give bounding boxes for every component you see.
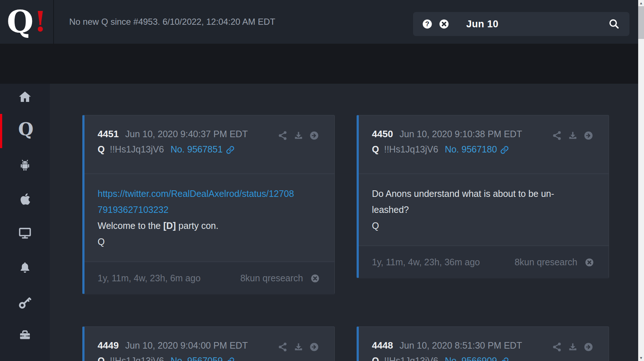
- scrollbar-thumb[interactable]: [638, 6, 644, 39]
- post-author: Q: [98, 356, 105, 361]
- post-number: 4450: [372, 128, 393, 140]
- scrollbar-down-arrow-icon[interactable]: ▼: [638, 355, 644, 361]
- post-signature: Q: [372, 218, 594, 234]
- download-icon[interactable]: [568, 342, 578, 352]
- post-card: 4449 Jun 10, 2020 9:04:00 PM EDT Q !!Hs1…: [82, 326, 335, 361]
- post-signature: Q: [98, 234, 320, 250]
- post-author: Q: [98, 144, 105, 155]
- sidebar-item-desktop[interactable]: [18, 226, 32, 240]
- post-age: 1y, 11m, 4w, 23h, 6m ago: [98, 273, 201, 283]
- sidebar-item-android[interactable]: [18, 159, 32, 172]
- sidebar-nav: Q: [0, 84, 50, 361]
- download-icon[interactable]: [294, 342, 303, 352]
- share-icon[interactable]: [552, 342, 562, 352]
- sidebar-item-apple[interactable]: [18, 193, 32, 206]
- post-number: 4449: [98, 340, 119, 351]
- post-date: Jun 10, 2020 9:10:38 PM EDT: [400, 129, 522, 139]
- goto-post-arrow-icon[interactable]: [309, 342, 319, 352]
- post-card-footer: 1y, 11m, 4w, 23h, 36m ago 8kun qresearch: [359, 246, 609, 278]
- status-message: No new Q since #4953. 6/10/2022, 12:04:2…: [69, 0, 275, 44]
- post-ref-link[interactable]: No. 9567180: [445, 144, 497, 155]
- post-number: 4448: [372, 340, 393, 351]
- post-tripcode: !!Hs1Jq13jV6: [110, 144, 164, 155]
- sidebar-item-home[interactable]: [18, 90, 32, 104]
- share-icon[interactable]: [278, 131, 288, 140]
- sidebar-item-toolbox[interactable]: [18, 328, 32, 341]
- search-help-icon[interactable]: [422, 19, 433, 29]
- post-number: 4451: [98, 128, 119, 140]
- post-ref-link[interactable]: No. 9566909: [445, 356, 497, 361]
- post-body-link[interactable]: 79193627103232: [98, 202, 320, 218]
- post-ref-link[interactable]: No. 9567851: [170, 144, 223, 155]
- app-logo[interactable]: Q!: [0, 0, 54, 44]
- page-scrollbar[interactable]: ▲ ▼: [638, 0, 644, 361]
- download-icon[interactable]: [568, 131, 578, 140]
- sidebar-item-notifications[interactable]: [18, 261, 32, 274]
- download-icon[interactable]: [294, 131, 303, 140]
- post-card: 4451 Jun 10, 2020 9:40:37 PM EDT Q !!Hs1…: [82, 115, 335, 294]
- post-source: 8kun qresearch: [515, 257, 577, 267]
- search-box[interactable]: [413, 12, 629, 36]
- post-body-text: Do Anons understand what is about to be …: [372, 186, 594, 202]
- post-card-header: 4450 Jun 10, 2020 9:10:38 PM EDT Q !!Hs1…: [359, 115, 609, 174]
- posts-grid: 4451 Jun 10, 2020 9:40:37 PM EDT Q !!Hs1…: [50, 84, 638, 361]
- goto-post-arrow-icon[interactable]: [309, 131, 319, 140]
- post-ref-link[interactable]: No. 9567059: [170, 356, 223, 361]
- post-age: 1y, 11m, 4w, 23h, 36m ago: [372, 257, 480, 267]
- post-body: https://twitter.com/RealDealAxelrod/stat…: [85, 174, 334, 262]
- post-card-header: 4451 Jun 10, 2020 9:40:37 PM EDT Q !!Hs1…: [85, 115, 334, 174]
- post-author: Q: [372, 144, 379, 155]
- sidebar-item-q-drops[interactable]: Q: [18, 123, 32, 136]
- scrollbar-up-arrow-icon[interactable]: ▲: [638, 0, 644, 6]
- post-author: Q: [372, 356, 379, 361]
- post-source: 8kun qresearch: [240, 273, 303, 283]
- post-date: Jun 10, 2020 9:40:37 PM EDT: [125, 129, 248, 139]
- dismiss-icon[interactable]: [585, 258, 594, 267]
- sidebar-item-access-key[interactable]: [18, 296, 32, 309]
- link-icon[interactable]: [500, 357, 509, 361]
- search-input[interactable]: [466, 19, 608, 30]
- post-body-text: leashed?: [372, 202, 594, 218]
- link-icon[interactable]: [226, 357, 235, 361]
- share-icon[interactable]: [278, 342, 288, 352]
- post-tripcode: !!Hs1Jq13jV6: [384, 356, 438, 361]
- link-icon[interactable]: [500, 146, 509, 154]
- goto-post-arrow-icon[interactable]: [584, 131, 593, 140]
- top-bar: Q! No new Q since #4953. 6/10/2022, 12:0…: [0, 0, 644, 44]
- search-clear-icon[interactable]: [439, 19, 449, 29]
- post-date: Jun 10, 2020 8:51:30 PM EDT: [400, 340, 522, 351]
- post-date: Jun 10, 2020 9:04:00 PM EDT: [125, 340, 248, 351]
- page-header: Intelligence Drops / Posts: [0, 44, 638, 84]
- sidebar-active-indicator: [0, 114, 2, 148]
- post-card-footer: 1y, 11m, 4w, 23h, 6m ago 8kun qresearch: [85, 262, 334, 294]
- logo-exclamation: !: [34, 8, 46, 36]
- post-card-header: 4449 Jun 10, 2020 9:04:00 PM EDT Q !!Hs1…: [85, 327, 334, 361]
- search-icon[interactable]: [608, 18, 620, 30]
- post-body-link[interactable]: https://twitter.com/RealDealAxelrod/stat…: [98, 186, 320, 202]
- post-card: 4448 Jun 10, 2020 8:51:30 PM EDT Q !!Hs1…: [357, 326, 609, 361]
- post-body-text: Welcome to the [D] party con.: [98, 218, 320, 234]
- post-card-header: 4448 Jun 10, 2020 8:51:30 PM EDT Q !!Hs1…: [359, 327, 609, 361]
- post-tripcode: !!Hs1Jq13jV6: [110, 356, 164, 361]
- post-tripcode: !!Hs1Jq13jV6: [384, 144, 438, 155]
- dismiss-icon[interactable]: [310, 274, 320, 283]
- goto-post-arrow-icon[interactable]: [584, 342, 593, 352]
- post-card: 4450 Jun 10, 2020 9:10:38 PM EDT Q !!Hs1…: [357, 115, 609, 278]
- share-icon[interactable]: [552, 131, 562, 140]
- link-icon[interactable]: [226, 146, 235, 154]
- logo-q: Q: [7, 7, 34, 37]
- post-body: Do Anons understand what is about to be …: [359, 174, 609, 246]
